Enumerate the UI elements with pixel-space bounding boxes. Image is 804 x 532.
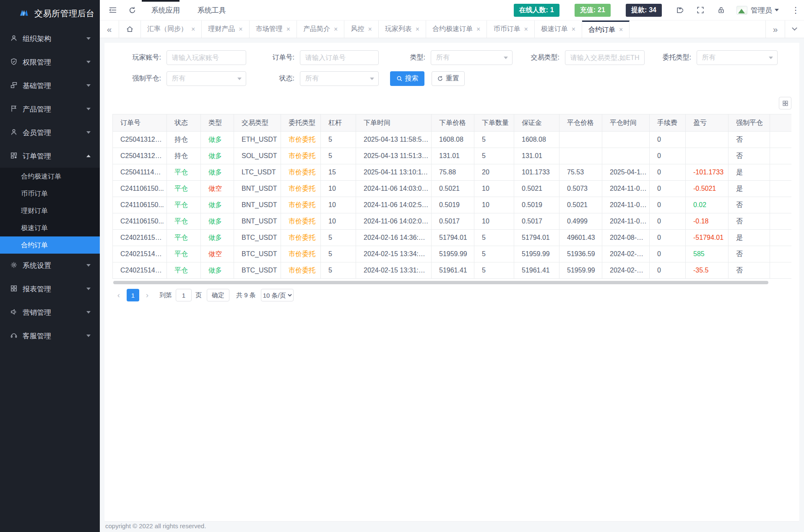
table-row[interactable]: C240216153... 平仓 做多 BTC_USDT 市价委托 5 2024… <box>113 230 792 246</box>
close-icon[interactable]: × <box>572 26 575 33</box>
close-icon[interactable]: × <box>368 26 372 33</box>
table-row[interactable]: C241106150... 平仓 做多 BNT_USDT 市价委托 10 202… <box>113 213 792 230</box>
close-icon[interactable]: × <box>416 26 419 33</box>
tab-wealth-product[interactable]: 理财产品× <box>202 21 249 38</box>
collapse-menu-icon[interactable] <box>108 6 117 14</box>
tab-product-intro[interactable]: 产品简介× <box>297 21 344 38</box>
close-icon[interactable]: × <box>286 26 290 33</box>
sidebar-item-order[interactable]: 订单管理 <box>0 144 100 168</box>
sidebar-item-base[interactable]: 基础管理 <box>0 74 100 97</box>
table-row[interactable]: C240215143... 平仓 做空 BTC_USDT 市价委托 5 2024… <box>113 246 792 262</box>
cell-close-time: 2024-08-05 ... <box>602 230 650 246</box>
table-row[interactable]: C2504111410... 平仓 做多 LTC_USDT 市价委托 15 20… <box>113 164 792 181</box>
table-row[interactable]: C240215143... 平仓 做多 BTC_USDT 市价委托 5 2024… <box>113 262 792 279</box>
user-menu[interactable]: 管理员 <box>736 5 779 15</box>
cell-entrust: 市价委托 <box>281 132 321 148</box>
cell-lever: 10 <box>321 181 356 197</box>
close-icon[interactable]: × <box>619 26 623 34</box>
cell-pair: BNT_USDT <box>234 181 281 197</box>
sidebar-subitem-spot-order[interactable]: 币币订单 <box>0 185 100 202</box>
chevron-down-icon <box>86 131 91 134</box>
cell-close-price: 49601.43 <box>559 230 602 246</box>
cell-lever: 15 <box>321 164 356 181</box>
table-row[interactable]: C241106150... 平仓 做多 BNT_USDT 市价委托 10 202… <box>113 197 792 213</box>
deposit-count-button[interactable]: 充值: 21 <box>575 4 611 17</box>
tab-exchange-rate[interactable]: 汇率（同步）× <box>141 21 202 38</box>
table-row[interactable]: C241106150... 平仓 做空 BNT_USDT 市价委托 10 202… <box>113 181 792 197</box>
sidebar-item-product[interactable]: 产品管理 <box>0 97 100 121</box>
tag-icon[interactable] <box>675 6 683 14</box>
top-menu-system-tools[interactable]: 系统工具 <box>198 5 226 15</box>
sidebar-item-marketing[interactable]: 营销管理 <box>0 301 100 324</box>
forced-close-select[interactable]: 所有 <box>167 71 246 86</box>
tab-contract-fast-order[interactable]: 合约极速订单× <box>426 21 487 38</box>
status-select[interactable]: 所有 <box>300 71 379 86</box>
sidebar-subitem-contract-fast-order[interactable]: 合约极速订单 <box>0 168 100 185</box>
type-select[interactable]: 所有 <box>431 50 513 65</box>
sidebar-item-service[interactable]: 客服管理 <box>0 324 100 348</box>
lock-icon[interactable] <box>718 6 725 14</box>
cell-pnl: -35.5 <box>686 262 729 279</box>
goto-page-input[interactable] <box>176 289 192 301</box>
order-no-input[interactable] <box>300 50 379 65</box>
sidebar-item-member[interactable]: 会员管理 <box>0 121 100 144</box>
tab-contract-order[interactable]: 合约订单× <box>582 21 630 38</box>
withdraw-count-button[interactable]: 提款: 34 <box>626 4 662 17</box>
cell-fee: 0 <box>650 164 686 181</box>
fullscreen-icon[interactable] <box>697 6 704 14</box>
sidebar-item-settings[interactable]: 系统设置 <box>0 254 100 277</box>
cell-forced: 否 <box>729 197 770 213</box>
tab-spot-order[interactable]: 币币订单× <box>487 21 534 38</box>
tab-player-list[interactable]: 玩家列表× <box>379 21 426 38</box>
sidebar-subitem-fast-order[interactable]: 极速订单 <box>0 219 100 236</box>
page-number-1[interactable]: 1 <box>127 289 139 301</box>
orders-table: 订单号 状态 类型 交易类型 委托类型 杠杆 下单时间 下单价格 下单数量 保证… <box>112 114 791 279</box>
table-row[interactable]: C250413125... 持仓 做多 ETH_USDT 市价委托 5 2025… <box>113 132 792 148</box>
table-row[interactable]: C250413125... 持仓 做多 SOL_USDT 市价委托 5 2025… <box>113 148 792 164</box>
sidebar-item-permission[interactable]: 权限管理 <box>0 50 100 74</box>
sidebar-subitem-contract-order[interactable]: 合约订单 <box>0 236 100 254</box>
sidebar-item-report[interactable]: 报表管理 <box>0 277 100 301</box>
column-settings-button[interactable] <box>779 97 791 109</box>
prev-page-icon[interactable]: ‹ <box>112 289 125 301</box>
withdraw-count-label: 提款: <box>631 6 647 15</box>
close-icon[interactable]: × <box>524 26 528 33</box>
close-icon[interactable]: × <box>191 26 195 33</box>
online-count-button[interactable]: 在线人数: 1 <box>514 4 559 17</box>
tabs-menu-icon[interactable] <box>785 21 804 38</box>
tab-risk[interactable]: 风控× <box>344 21 378 38</box>
cell-pnl <box>686 132 729 148</box>
top-menu-system-app[interactable]: 系统应用 <box>151 5 180 15</box>
close-icon[interactable]: × <box>239 26 242 33</box>
orders-table-wrap: 订单号 状态 类型 交易类型 委托类型 杠杆 下单时间 下单价格 下单数量 保证… <box>112 114 791 279</box>
page-size-select[interactable]: 10 条/页 <box>261 289 294 301</box>
tab-fast-order[interactable]: 极速订单× <box>535 21 582 38</box>
sidebar-item-label: 产品管理 <box>23 104 86 114</box>
reset-button[interactable]: 重置 <box>432 71 465 86</box>
cell-status: 持仓 <box>167 132 201 148</box>
refresh-icon[interactable] <box>128 6 136 14</box>
cell-entrust: 市价委托 <box>281 230 321 246</box>
close-icon[interactable]: × <box>334 26 338 33</box>
cell-order-no: C2504111410... <box>113 164 167 181</box>
pair-input[interactable] <box>565 50 645 65</box>
col-status: 状态 <box>167 114 201 132</box>
player-account-input[interactable] <box>167 50 246 65</box>
more-vertical-icon[interactable]: ⋮ <box>791 5 800 15</box>
tabs-scroll-right-icon[interactable]: » <box>765 21 785 38</box>
tabs-scroll-left-icon[interactable]: « <box>100 21 119 38</box>
search-button[interactable]: 搜索 <box>390 71 424 86</box>
col-price: 下单价格 <box>432 114 474 132</box>
home-tab[interactable] <box>119 21 141 38</box>
cell-side: 做多 <box>201 262 234 279</box>
sidebar-subitem-wealth-order[interactable]: 理财订单 <box>0 202 100 219</box>
next-page-icon[interactable]: › <box>141 289 154 301</box>
sidebar-item-label: 订单管理 <box>23 151 86 161</box>
entrust-type-select[interactable]: 所有 <box>697 50 778 65</box>
horizontal-scrollbar[interactable] <box>113 281 768 284</box>
search-icon <box>396 75 403 82</box>
tab-market[interactable]: 市场管理× <box>250 21 297 38</box>
goto-confirm-button[interactable]: 确定 <box>207 289 229 301</box>
close-icon[interactable]: × <box>476 26 480 33</box>
sidebar-item-org[interactable]: 组织架构 <box>0 27 100 50</box>
